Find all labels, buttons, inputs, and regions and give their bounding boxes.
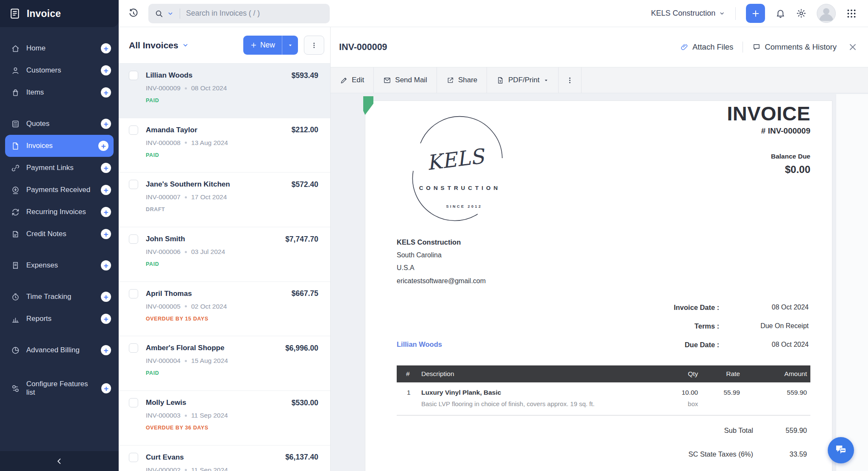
user-avatar[interactable] — [817, 4, 836, 23]
add-invoice-icon[interactable]: + — [98, 141, 108, 151]
row-checkbox[interactable] — [129, 234, 138, 244]
notifications-bell-icon[interactable] — [775, 8, 786, 19]
invoice-list-item[interactable]: Jane's Southern Kitchen $572.40 INV-0000… — [119, 173, 330, 227]
new-invoice-dropdown[interactable] — [282, 36, 298, 55]
status-badge: PAID — [146, 152, 318, 158]
sidebar-item-expenses[interactable]: Expenses + — [0, 254, 119, 276]
add-invoice-icon[interactable]: + — [101, 260, 111, 270]
attach-files-button[interactable]: Attach Files — [680, 42, 734, 52]
sidebar-item-configure-features-list[interactable]: Configure Features list + — [0, 377, 119, 399]
list-more-menu-button[interactable] — [304, 36, 324, 55]
configure-features-icon — [11, 384, 20, 393]
quick-create-button[interactable] — [746, 4, 765, 23]
search-box[interactable] — [148, 4, 330, 23]
row-checkbox[interactable] — [129, 343, 138, 353]
row-checkbox[interactable] — [129, 71, 138, 80]
apps-grid-icon[interactable] — [846, 8, 857, 19]
invoice-list-item[interactable]: John Smith $7,747.70 INV-000006 03 Jul 2… — [119, 227, 330, 282]
scrollbar-gutter[interactable] — [836, 94, 868, 471]
invoice-date: 11 Sep 2024 — [191, 412, 228, 419]
chat-widget-button[interactable] — [828, 437, 854, 463]
customer-name: Amber's Floral Shoppe — [146, 344, 224, 352]
payment-links-icon — [11, 164, 20, 173]
sidebar-item-home[interactable]: Home + — [0, 37, 119, 59]
add-invoice-icon[interactable]: + — [101, 207, 111, 217]
add-invoice-icon[interactable]: + — [101, 87, 111, 98]
dot-separator — [185, 251, 187, 253]
invoice-rows: Lillian Woods $593.49 INV-000009 08 Oct … — [119, 64, 330, 471]
add-invoice-icon[interactable]: + — [101, 292, 111, 302]
customers-icon — [11, 66, 20, 75]
sidebar-item-reports[interactable]: Reports + — [0, 308, 119, 330]
sidebar-item-customers[interactable]: Customers + — [0, 59, 119, 81]
home-icon — [11, 44, 20, 53]
settings-gear-icon[interactable] — [796, 8, 807, 19]
app-logo[interactable]: Invoice — [0, 0, 119, 27]
edit-button[interactable]: Edit — [331, 67, 374, 93]
invoice-amount: $6,996.00 — [285, 344, 318, 353]
sidebar-item-advanced-billing[interactable]: Advanced Billing + — [0, 339, 119, 361]
sidebar-item-payment-links[interactable]: Payment Links + — [0, 157, 119, 179]
invoice-list-item[interactable]: Lillian Woods $593.49 INV-000009 08 Oct … — [119, 64, 330, 118]
sidebar-item-quotes[interactable]: Quotes + — [0, 113, 119, 135]
close-icon[interactable] — [848, 42, 858, 52]
customer-name: Amanda Taylor — [146, 126, 198, 134]
new-invoice-button[interactable]: New — [243, 36, 298, 55]
toolbar-more-menu-button[interactable] — [559, 67, 581, 93]
company-email: ericatestsoftware@gmail.com — [397, 275, 486, 288]
customer-link[interactable]: Lillian Woods — [397, 340, 442, 348]
add-invoice-icon[interactable]: + — [101, 229, 111, 239]
search-scope-chevron-icon[interactable] — [167, 10, 174, 17]
add-invoice-icon[interactable]: + — [101, 65, 111, 75]
invoice-list-item[interactable]: Amanda Taylor $212.00 INV-000008 13 Aug … — [119, 118, 330, 173]
list-filter-dropdown[interactable]: All Invoices — [129, 40, 189, 50]
sidebar-item-items[interactable]: Items + — [0, 81, 119, 103]
reports-icon — [11, 315, 20, 323]
org-selector[interactable]: KELS Construction — [651, 9, 725, 18]
sidebar-item-recurring-invoices[interactable]: Recurring Invoices + — [0, 201, 119, 223]
detail-scroll-area[interactable]: INVOICE # INV-000009 Balance Due $0.00 K… — [331, 94, 868, 471]
list-title: All Invoices — [129, 40, 178, 50]
row-checkbox[interactable] — [129, 398, 138, 407]
row-checkbox[interactable] — [129, 180, 138, 189]
sidebar-item-time-tracking[interactable]: Time Tracking + — [0, 286, 119, 308]
pdf-print-button[interactable]: PDF/Print — [487, 67, 559, 93]
add-invoice-icon[interactable]: + — [101, 383, 111, 393]
add-invoice-icon[interactable]: + — [101, 119, 111, 129]
chevron-down-icon — [182, 42, 189, 49]
invoice-list-item[interactable]: Molly Lewis $530.00 INV-000003 11 Sep 20… — [119, 391, 330, 446]
company-address2: U.S.A — [397, 262, 486, 275]
status-badge: DRAFT — [146, 206, 318, 212]
share-button[interactable]: Share — [437, 67, 487, 93]
invoice-amount: $593.49 — [292, 71, 318, 80]
invoice-number: INV-000006 — [146, 248, 181, 256]
invoice-amount: $212.00 — [292, 125, 318, 134]
refresh-history-icon[interactable] — [128, 8, 139, 19]
comments-history-button[interactable]: Comments & History — [752, 42, 837, 52]
sidebar-item-payments-received[interactable]: Payments Received + — [0, 179, 119, 201]
add-invoice-icon[interactable]: + — [101, 345, 111, 355]
search-input[interactable] — [186, 9, 324, 18]
invoice-date: 13 Aug 2024 — [191, 139, 228, 147]
recurring-invoices-icon — [11, 208, 20, 217]
invoice-list-item[interactable]: Amber's Floral Shoppe $6,996.00 INV-0000… — [119, 336, 330, 391]
pencil-icon — [340, 76, 348, 84]
kebab-menu-icon — [310, 42, 318, 49]
add-invoice-icon[interactable]: + — [101, 163, 111, 173]
row-checkbox[interactable] — [129, 289, 138, 298]
invoice-list-item[interactable]: April Thomas $667.75 INV-000005 02 Oct 2… — [119, 282, 330, 337]
row-checkbox[interactable] — [129, 453, 138, 462]
chat-bubbles-icon — [833, 443, 849, 458]
sidebar-item-invoices[interactable]: Invoices + — [5, 135, 114, 157]
add-invoice-icon[interactable]: + — [101, 43, 111, 53]
send-mail-button[interactable]: Send Mail — [374, 67, 437, 93]
row-checkbox[interactable] — [129, 125, 138, 135]
sidebar-item-credit-notes[interactable]: Credit Notes + — [0, 223, 119, 245]
add-invoice-icon[interactable]: + — [101, 185, 111, 195]
chevron-down-icon — [719, 10, 725, 17]
time-tracking-icon — [11, 293, 20, 301]
add-invoice-icon[interactable]: + — [101, 314, 111, 324]
invoice-list-item[interactable]: Curt Evans $6,137.40 INV-000002 11 Sep 2… — [119, 446, 330, 471]
invoice-date: 17 Oct 2024 — [191, 193, 227, 201]
sidebar-collapse-button[interactable] — [0, 451, 119, 471]
